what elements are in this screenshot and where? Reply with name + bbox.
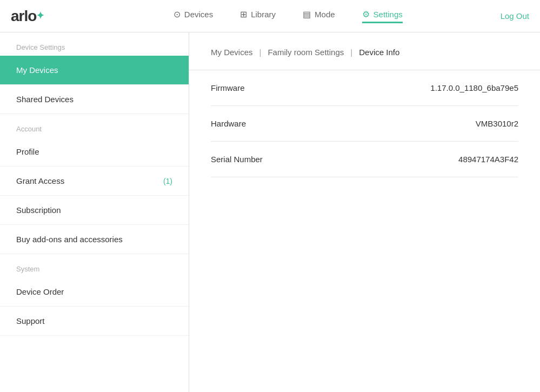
serial-number-label: Serial Number bbox=[211, 155, 263, 164]
device-settings-label: Device Settings bbox=[0, 32, 189, 56]
breadcrumb-sep-1: | bbox=[259, 48, 262, 57]
settings-icon: ⚙ bbox=[362, 9, 370, 19]
sidebar-item-subscription[interactable]: Subscription bbox=[0, 196, 189, 225]
breadcrumb-sep-2: | bbox=[350, 48, 352, 57]
mode-icon: ▤ bbox=[303, 9, 311, 19]
system-label: System bbox=[0, 254, 189, 277]
breadcrumb-family-room[interactable]: Family room Settings bbox=[268, 48, 344, 57]
sidebar-item-profile[interactable]: Profile bbox=[0, 137, 189, 167]
nav-item-settings[interactable]: ⚙ Settings bbox=[362, 9, 403, 23]
devices-icon: ⊙ bbox=[174, 9, 181, 19]
layout: Device Settings My Devices Shared Device… bbox=[0, 32, 540, 392]
sidebar-item-support[interactable]: Support bbox=[0, 307, 189, 336]
top-nav: arlo✦ ⊙ Devices ⊞ Library ▤ Mode ⚙ Setti… bbox=[0, 0, 540, 32]
firmware-label: Firmware bbox=[211, 83, 245, 92]
logo[interactable]: arlo✦ bbox=[11, 8, 76, 25]
breadcrumb-device-info: Device Info bbox=[359, 48, 399, 57]
nav-item-devices[interactable]: ⊙ Devices bbox=[174, 9, 213, 23]
library-icon: ⊞ bbox=[240, 9, 247, 19]
hardware-value: VMB3010r2 bbox=[476, 119, 518, 128]
serial-number-row: Serial Number 48947174A3F42 bbox=[211, 142, 518, 177]
grant-access-badge: (1) bbox=[163, 177, 172, 185]
sidebar-item-shared-devices[interactable]: Shared Devices bbox=[0, 85, 189, 114]
firmware-value: 1.17.0.0_1180_6ba79e5 bbox=[430, 83, 518, 92]
sidebar-item-my-devices[interactable]: My Devices bbox=[0, 56, 189, 85]
sidebar-item-device-order[interactable]: Device Order bbox=[0, 277, 189, 307]
breadcrumb: My Devices | Family room Settings | Devi… bbox=[189, 32, 540, 70]
logo-icon: ✦ bbox=[36, 10, 44, 21]
nav-item-library[interactable]: ⊞ Library bbox=[240, 9, 276, 23]
nav-items: ⊙ Devices ⊞ Library ▤ Mode ⚙ Settings bbox=[76, 9, 501, 23]
logout-button[interactable]: Log Out bbox=[501, 11, 529, 21]
logo-text: arlo✦ bbox=[11, 8, 44, 25]
main-content: My Devices | Family room Settings | Devi… bbox=[189, 32, 540, 392]
sidebar: Device Settings My Devices Shared Device… bbox=[0, 32, 189, 392]
nav-item-mode[interactable]: ▤ Mode bbox=[303, 9, 335, 23]
hardware-label: Hardware bbox=[211, 119, 246, 128]
firmware-row: Firmware 1.17.0.0_1180_6ba79e5 bbox=[211, 70, 518, 106]
serial-number-value: 48947174A3F42 bbox=[458, 155, 518, 164]
sidebar-item-grant-access[interactable]: Grant Access (1) bbox=[0, 167, 189, 196]
account-label: Account bbox=[0, 114, 189, 137]
hardware-row: Hardware VMB3010r2 bbox=[211, 106, 518, 142]
device-info-table: Firmware 1.17.0.0_1180_6ba79e5 Hardware … bbox=[189, 70, 540, 177]
breadcrumb-my-devices[interactable]: My Devices bbox=[211, 48, 253, 57]
sidebar-item-buy-addons[interactable]: Buy add-ons and accessories bbox=[0, 225, 189, 254]
